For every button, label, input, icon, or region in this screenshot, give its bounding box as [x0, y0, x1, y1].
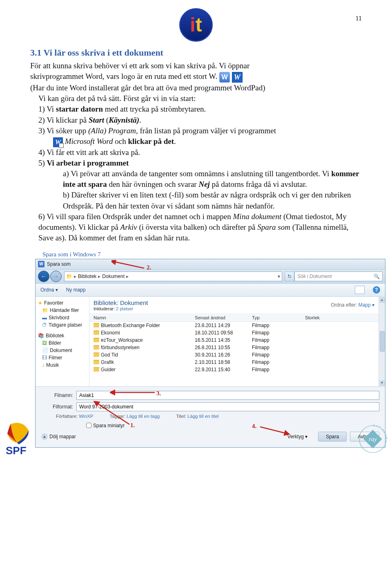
scroll-up-button[interactable]: ▲ [380, 298, 385, 303]
scroll-thumb[interactable] [380, 331, 385, 352]
sidebar-item-downloads[interactable]: 📁Hämtade filer [37, 307, 87, 314]
back-button[interactable]: ← [38, 271, 49, 282]
organize-button[interactable]: Ordna ▾ [40, 287, 58, 293]
save-thumbnail-checkbox[interactable]: Spara miniatyr [41, 423, 379, 428]
li-pre: Vi kan göra det på två sätt. Först går v… [30, 93, 362, 104]
videos-icon: 🎞 [42, 355, 47, 361]
sidebar-libraries[interactable]: 📚Bibliotek [37, 332, 87, 339]
li-5: 5) Vi arbetar i programmet [30, 158, 362, 168]
table-row[interactable]: ezTour_Workspace16.5.2011 14:35Filmapp [89, 336, 379, 344]
dialog-caption: Spara som i Windows 7 [42, 251, 362, 258]
help-icon[interactable]: ? [373, 286, 380, 294]
sidebar-item-desktop[interactable]: ▬Skrivbord [37, 314, 87, 321]
view-options-button[interactable] [355, 286, 365, 294]
folder-icon [94, 338, 99, 342]
filename-input[interactable] [76, 391, 379, 400]
author-value[interactable]: WinXP [79, 414, 93, 419]
table-row[interactable]: Guider22.9.2011 15:40Filmapp [89, 366, 379, 373]
title-value[interactable]: Lägg till en titel [187, 414, 219, 419]
folder-icon [94, 345, 99, 350]
sidebar-favorites[interactable]: ★Favoriter [37, 299, 87, 307]
word-small-icon: W [38, 261, 45, 267]
tags-value[interactable]: Lägg till en tagg [127, 414, 160, 419]
folder-icon [94, 330, 99, 335]
folder-icon: 📁 [42, 307, 48, 313]
li-5a: a) Vi prövar att använda de tangenter so… [30, 168, 362, 190]
li-1: 1) Vi startar datorn med att trycka på s… [30, 104, 362, 114]
breadcrumb[interactable]: 📁 ▸ Bibliotek ▸ Dokument ▸ ▾ [64, 271, 282, 281]
sort-control[interactable]: Ordna efter: Mapp ▾ [331, 302, 374, 308]
word-shortcut-icon: W [53, 137, 63, 147]
library-heading: Bibliotek: Dokument [94, 299, 148, 306]
forward-button[interactable]: → [50, 271, 62, 282]
library-icon: 📚 [38, 333, 44, 339]
li-3-cont: W Microsoft Word och klickar på det. [30, 136, 362, 147]
folder-icon [94, 360, 99, 364]
refresh-button[interactable]: ↻ [285, 271, 294, 281]
documents-icon: 📄 [42, 348, 48, 353]
search-input[interactable]: Sök i Dokument 🔍 [294, 271, 383, 281]
column-headers[interactable]: Namn Senast ändrad Typ Storlek [89, 314, 379, 322]
annotation-4: 4. [252, 423, 256, 430]
sidebar-item-videos[interactable]: 🎞Filmer [37, 354, 87, 361]
search-icon: 🔍 [374, 274, 380, 279]
paragraph-1b: skrivprogrammet Word, vars logo är en ru… [30, 71, 362, 83]
spf-logo: SPF [2, 422, 39, 457]
table-row[interactable]: God Tid30.9.2011 16:26Filmapp [89, 351, 379, 359]
pictures-icon: 🖼 [42, 340, 47, 346]
save-button[interactable]: Spara [318, 432, 347, 442]
file-list: Bibliotek: Dokument Inkluderar: 2 platse… [89, 297, 379, 386]
li-2: 2) Vi klickar på Start (Käynistä). [30, 115, 362, 126]
dialog-nav: ← → 📁 ▸ Bibliotek ▸ Dokument ▸ ▾ ↻ Sök i… [36, 270, 385, 284]
folder-icon [94, 323, 99, 327]
table-row[interactable]: förbundsstyrelsen26.8.2011 10:55Filmapp [89, 344, 379, 351]
recent-icon: ⏱ [42, 322, 47, 328]
annotation-3: 3. [156, 390, 161, 397]
sidebar-item-pictures[interactable]: 🖼Bilder [37, 339, 87, 347]
scrollbar[interactable]: ▲ ▼ [379, 297, 385, 386]
scroll-down-button[interactable]: ▼ [380, 381, 385, 386]
table-row[interactable]: Bluetooth Exchange Folder23.8.2011 14:29… [89, 322, 379, 329]
word-icon: W [219, 72, 230, 83]
music-icon: ♪ [42, 362, 45, 368]
sidebar-item-recent[interactable]: ⏱Tidigare platser [37, 321, 87, 329]
locations-link[interactable]: 2 platser [116, 306, 133, 311]
dialog-title: Spara som [47, 261, 71, 267]
fileformat-label: Filformat: [41, 404, 76, 410]
filename-label: Filnamn: [41, 392, 76, 398]
table-row[interactable]: Grafik2.10.2011 18:58Filmapp [89, 359, 379, 366]
paragraph-2: (Har du inte Word installerat går det br… [30, 83, 362, 93]
li-3: 3) Vi söker upp (Alla) Program, från lis… [30, 126, 362, 136]
sidebar-item-music[interactable]: ♪Musik [37, 361, 87, 369]
annotation-2: 2. [147, 264, 151, 271]
dialog-sidebar: ★Favoriter 📁Hämtade filer ▬Skrivbord ⏱Ti… [36, 297, 89, 386]
section-heading: 3.1 Vi lär oss skriva i ett dokument [30, 47, 362, 58]
dialog-titlebar: W Spara som [36, 259, 385, 270]
sidebar-item-documents[interactable]: 📄Dokument [37, 347, 87, 354]
li-6: 6) Vi vill spara filen Ordspråk under de… [30, 211, 362, 244]
folder-icon [94, 367, 99, 372]
word-icon-2: W [232, 72, 243, 83]
p1b-text: skrivprogrammet Word, vars logo är en ru… [30, 72, 219, 81]
table-row[interactable]: Ekonomi18.10.2011 09:58Filmapp [89, 329, 379, 336]
dialog-toolbar: Ordna ▾ Ny mapp ? [36, 284, 385, 297]
tools-menu[interactable]: Verktyg ▾ [287, 434, 307, 439]
li-5b: b) Därefter skriver vi en liten text (-f… [30, 190, 362, 211]
dialog-bottom-pane: Filnamn: Filformat: Författare: WinXP Ta… [36, 387, 385, 447]
fileformat-input[interactable] [76, 402, 379, 411]
li-4: 4) Vi får ett vitt ark att skriva på. [30, 147, 362, 158]
annotation-1: 1. [130, 422, 135, 429]
it-logo: it [179, 8, 213, 42]
new-folder-button[interactable]: Ny mapp [66, 287, 86, 293]
save-as-dialog: W Spara som ← → 📁 ▸ Bibliotek ▸ Dokument… [35, 259, 385, 448]
page-number: 11 [356, 15, 362, 22]
svg-text:SPF: SPF [6, 444, 27, 457]
star-icon: ★ [38, 300, 42, 306]
desktop-icon: ▬ [42, 315, 47, 321]
hide-folders-button[interactable]: ▲ Dölj mappar [41, 433, 76, 440]
ray-logo: ray RAY TUKEE [358, 424, 388, 454]
svg-text:ray: ray [369, 436, 377, 442]
folder-icon [94, 352, 99, 357]
paragraph-1a: För att kunna skriva behöver vi ett ark … [30, 61, 362, 71]
